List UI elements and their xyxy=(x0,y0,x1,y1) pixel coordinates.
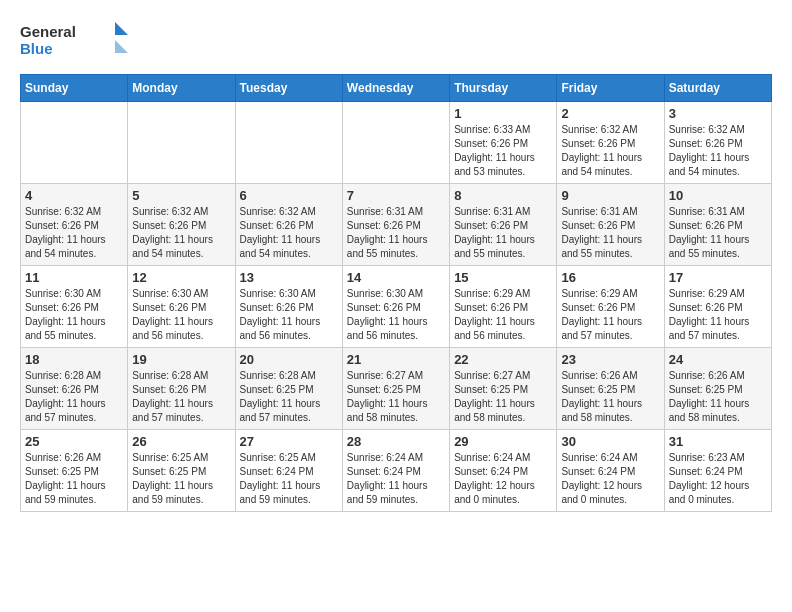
day-info: Sunrise: 6:32 AM Sunset: 6:26 PM Dayligh… xyxy=(132,205,230,261)
page-header: General Blue xyxy=(20,20,772,58)
calendar-day-cell: 24Sunrise: 6:26 AM Sunset: 6:25 PM Dayli… xyxy=(664,348,771,430)
day-number: 15 xyxy=(454,270,552,285)
day-number: 29 xyxy=(454,434,552,449)
day-number: 13 xyxy=(240,270,338,285)
day-info: Sunrise: 6:25 AM Sunset: 6:24 PM Dayligh… xyxy=(240,451,338,507)
day-number: 10 xyxy=(669,188,767,203)
weekday-header-cell: Monday xyxy=(128,75,235,102)
day-info: Sunrise: 6:30 AM Sunset: 6:26 PM Dayligh… xyxy=(132,287,230,343)
day-info: Sunrise: 6:30 AM Sunset: 6:26 PM Dayligh… xyxy=(25,287,123,343)
calendar-week-row: 1Sunrise: 6:33 AM Sunset: 6:26 PM Daylig… xyxy=(21,102,772,184)
day-number: 17 xyxy=(669,270,767,285)
calendar-day-cell: 27Sunrise: 6:25 AM Sunset: 6:24 PM Dayli… xyxy=(235,430,342,512)
day-info: Sunrise: 6:26 AM Sunset: 6:25 PM Dayligh… xyxy=(561,369,659,425)
calendar-day-cell: 28Sunrise: 6:24 AM Sunset: 6:24 PM Dayli… xyxy=(342,430,449,512)
day-info: Sunrise: 6:24 AM Sunset: 6:24 PM Dayligh… xyxy=(454,451,552,507)
day-number: 21 xyxy=(347,352,445,367)
day-info: Sunrise: 6:23 AM Sunset: 6:24 PM Dayligh… xyxy=(669,451,767,507)
day-info: Sunrise: 6:26 AM Sunset: 6:25 PM Dayligh… xyxy=(669,369,767,425)
day-number: 14 xyxy=(347,270,445,285)
day-info: Sunrise: 6:27 AM Sunset: 6:25 PM Dayligh… xyxy=(454,369,552,425)
calendar-day-cell: 13Sunrise: 6:30 AM Sunset: 6:26 PM Dayli… xyxy=(235,266,342,348)
day-info: Sunrise: 6:32 AM Sunset: 6:26 PM Dayligh… xyxy=(561,123,659,179)
day-number: 7 xyxy=(347,188,445,203)
day-info: Sunrise: 6:31 AM Sunset: 6:26 PM Dayligh… xyxy=(347,205,445,261)
day-number: 9 xyxy=(561,188,659,203)
day-info: Sunrise: 6:29 AM Sunset: 6:26 PM Dayligh… xyxy=(454,287,552,343)
day-number: 8 xyxy=(454,188,552,203)
calendar-day-cell: 4Sunrise: 6:32 AM Sunset: 6:26 PM Daylig… xyxy=(21,184,128,266)
day-info: Sunrise: 6:26 AM Sunset: 6:25 PM Dayligh… xyxy=(25,451,123,507)
day-number: 28 xyxy=(347,434,445,449)
day-info: Sunrise: 6:30 AM Sunset: 6:26 PM Dayligh… xyxy=(240,287,338,343)
day-info: Sunrise: 6:31 AM Sunset: 6:26 PM Dayligh… xyxy=(561,205,659,261)
day-number: 18 xyxy=(25,352,123,367)
calendar-day-cell: 16Sunrise: 6:29 AM Sunset: 6:26 PM Dayli… xyxy=(557,266,664,348)
calendar-week-row: 25Sunrise: 6:26 AM Sunset: 6:25 PM Dayli… xyxy=(21,430,772,512)
calendar-day-cell: 30Sunrise: 6:24 AM Sunset: 6:24 PM Dayli… xyxy=(557,430,664,512)
calendar-day-cell: 31Sunrise: 6:23 AM Sunset: 6:24 PM Dayli… xyxy=(664,430,771,512)
calendar-day-cell xyxy=(21,102,128,184)
calendar-day-cell: 17Sunrise: 6:29 AM Sunset: 6:26 PM Dayli… xyxy=(664,266,771,348)
day-info: Sunrise: 6:28 AM Sunset: 6:26 PM Dayligh… xyxy=(132,369,230,425)
svg-marker-2 xyxy=(115,22,128,35)
logo: General Blue xyxy=(20,20,130,58)
calendar-day-cell: 6Sunrise: 6:32 AM Sunset: 6:26 PM Daylig… xyxy=(235,184,342,266)
calendar-day-cell: 12Sunrise: 6:30 AM Sunset: 6:26 PM Dayli… xyxy=(128,266,235,348)
weekday-header-cell: Friday xyxy=(557,75,664,102)
day-number: 24 xyxy=(669,352,767,367)
logo-svg: General Blue xyxy=(20,20,130,58)
day-info: Sunrise: 6:28 AM Sunset: 6:26 PM Dayligh… xyxy=(25,369,123,425)
day-info: Sunrise: 6:29 AM Sunset: 6:26 PM Dayligh… xyxy=(561,287,659,343)
day-info: Sunrise: 6:32 AM Sunset: 6:26 PM Dayligh… xyxy=(25,205,123,261)
weekday-header-row: SundayMondayTuesdayWednesdayThursdayFrid… xyxy=(21,75,772,102)
calendar-table: SundayMondayTuesdayWednesdayThursdayFrid… xyxy=(20,74,772,512)
calendar-day-cell: 2Sunrise: 6:32 AM Sunset: 6:26 PM Daylig… xyxy=(557,102,664,184)
calendar-day-cell xyxy=(342,102,449,184)
day-number: 20 xyxy=(240,352,338,367)
day-number: 30 xyxy=(561,434,659,449)
calendar-day-cell: 7Sunrise: 6:31 AM Sunset: 6:26 PM Daylig… xyxy=(342,184,449,266)
calendar-day-cell: 9Sunrise: 6:31 AM Sunset: 6:26 PM Daylig… xyxy=(557,184,664,266)
calendar-day-cell: 18Sunrise: 6:28 AM Sunset: 6:26 PM Dayli… xyxy=(21,348,128,430)
day-number: 27 xyxy=(240,434,338,449)
day-number: 1 xyxy=(454,106,552,121)
weekday-header-cell: Sunday xyxy=(21,75,128,102)
calendar-day-cell: 23Sunrise: 6:26 AM Sunset: 6:25 PM Dayli… xyxy=(557,348,664,430)
calendar-day-cell: 21Sunrise: 6:27 AM Sunset: 6:25 PM Dayli… xyxy=(342,348,449,430)
day-info: Sunrise: 6:24 AM Sunset: 6:24 PM Dayligh… xyxy=(347,451,445,507)
day-number: 11 xyxy=(25,270,123,285)
day-number: 6 xyxy=(240,188,338,203)
calendar-day-cell xyxy=(235,102,342,184)
svg-text:General: General xyxy=(20,23,76,40)
day-info: Sunrise: 6:28 AM Sunset: 6:25 PM Dayligh… xyxy=(240,369,338,425)
day-info: Sunrise: 6:24 AM Sunset: 6:24 PM Dayligh… xyxy=(561,451,659,507)
calendar-day-cell: 20Sunrise: 6:28 AM Sunset: 6:25 PM Dayli… xyxy=(235,348,342,430)
calendar-day-cell: 11Sunrise: 6:30 AM Sunset: 6:26 PM Dayli… xyxy=(21,266,128,348)
day-number: 31 xyxy=(669,434,767,449)
calendar-day-cell: 25Sunrise: 6:26 AM Sunset: 6:25 PM Dayli… xyxy=(21,430,128,512)
weekday-header-cell: Wednesday xyxy=(342,75,449,102)
calendar-day-cell: 15Sunrise: 6:29 AM Sunset: 6:26 PM Dayli… xyxy=(450,266,557,348)
calendar-week-row: 18Sunrise: 6:28 AM Sunset: 6:26 PM Dayli… xyxy=(21,348,772,430)
calendar-day-cell: 8Sunrise: 6:31 AM Sunset: 6:26 PM Daylig… xyxy=(450,184,557,266)
calendar-day-cell: 10Sunrise: 6:31 AM Sunset: 6:26 PM Dayli… xyxy=(664,184,771,266)
calendar-day-cell: 26Sunrise: 6:25 AM Sunset: 6:25 PM Dayli… xyxy=(128,430,235,512)
calendar-day-cell: 19Sunrise: 6:28 AM Sunset: 6:26 PM Dayli… xyxy=(128,348,235,430)
calendar-day-cell: 3Sunrise: 6:32 AM Sunset: 6:26 PM Daylig… xyxy=(664,102,771,184)
day-info: Sunrise: 6:29 AM Sunset: 6:26 PM Dayligh… xyxy=(669,287,767,343)
calendar-day-cell: 5Sunrise: 6:32 AM Sunset: 6:26 PM Daylig… xyxy=(128,184,235,266)
day-number: 4 xyxy=(25,188,123,203)
day-number: 22 xyxy=(454,352,552,367)
day-number: 25 xyxy=(25,434,123,449)
day-number: 12 xyxy=(132,270,230,285)
weekday-header-cell: Thursday xyxy=(450,75,557,102)
day-info: Sunrise: 6:32 AM Sunset: 6:26 PM Dayligh… xyxy=(240,205,338,261)
calendar-day-cell: 1Sunrise: 6:33 AM Sunset: 6:26 PM Daylig… xyxy=(450,102,557,184)
day-info: Sunrise: 6:33 AM Sunset: 6:26 PM Dayligh… xyxy=(454,123,552,179)
day-number: 19 xyxy=(132,352,230,367)
day-number: 26 xyxy=(132,434,230,449)
day-info: Sunrise: 6:32 AM Sunset: 6:26 PM Dayligh… xyxy=(669,123,767,179)
day-info: Sunrise: 6:31 AM Sunset: 6:26 PM Dayligh… xyxy=(454,205,552,261)
day-info: Sunrise: 6:27 AM Sunset: 6:25 PM Dayligh… xyxy=(347,369,445,425)
